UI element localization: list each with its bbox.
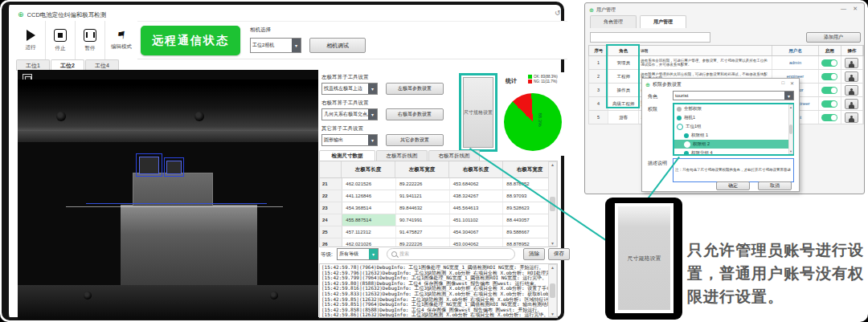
- save-button[interactable]: 保存: [548, 248, 570, 260]
- user-detail-button[interactable]: [845, 58, 858, 68]
- minimize-icon[interactable]: —: [841, 6, 846, 11]
- table-cell: 457.112312: [342, 226, 396, 238]
- tool-setting-dropdown[interactable]: 几何关系右极耳交点及夹角 ▾: [321, 108, 378, 120]
- ok-button[interactable]: 确定: [716, 181, 750, 190]
- edit-mode-button[interactable]: ⚑ 编辑模式: [105, 21, 137, 59]
- enable-toggle[interactable]: [821, 87, 837, 94]
- run-button[interactable]: 运行: [16, 21, 46, 59]
- role-dropdown[interactable]: tourist ▾: [673, 91, 794, 100]
- table-row[interactable]: 23454.36851489.844632445.56461389.528623: [320, 202, 557, 214]
- row-number: 26: [320, 238, 342, 247]
- table-cell: 438.324267: [450, 190, 504, 202]
- user-tabs: 角色管理用户管理: [590, 15, 686, 28]
- size-spec-button[interactable]: 尺寸规格设置: [463, 77, 493, 148]
- cancel-button[interactable]: 取消: [758, 181, 792, 190]
- data-tab[interactable]: 检测尺寸数据: [319, 150, 375, 161]
- bolt-circle: [270, 291, 278, 300]
- tool-setting-dropdown[interactable]: 圆形输出 ▾: [321, 134, 378, 146]
- add-user-button[interactable]: 添加用户: [806, 32, 861, 43]
- scroll-thumb[interactable]: [550, 283, 555, 298]
- user-search-input[interactable]: [590, 32, 710, 43]
- table-row[interactable]: 22441.12684691.941121438.32426788.97093: [320, 190, 557, 202]
- perm-item[interactable]: 权限组 2: [674, 140, 792, 149]
- log-search-input[interactable]: 搜索: [387, 248, 515, 260]
- tool-setting-param-button[interactable]: 左极耳参数设置: [386, 83, 444, 95]
- enable-toggle[interactable]: [821, 59, 837, 67]
- enable-toggle[interactable]: [821, 100, 837, 108]
- pause-button[interactable]: 暂停: [76, 21, 105, 59]
- data-tab[interactable]: 右极耳折线图: [428, 150, 480, 161]
- log-scrollbar[interactable]: ▲ ▼: [548, 264, 557, 317]
- refresh-icon[interactable]: ↺: [555, 9, 561, 17]
- close-icon[interactable]: ✕: [853, 6, 858, 12]
- right-tab-roi-box: [164, 157, 184, 177]
- legend-swatch: [528, 79, 532, 84]
- stop-button[interactable]: 停止: [46, 21, 76, 59]
- user-detail-button[interactable]: [845, 99, 858, 109]
- perm-item[interactable]: 工位1组: [674, 122, 792, 131]
- tool-setting-dropdown[interactable]: 找直线左极耳上边 ▾: [321, 83, 378, 95]
- perm-item[interactable]: 全部权限: [674, 104, 792, 113]
- user-window-title: 用户管理: [596, 6, 616, 14]
- table-row[interactable]: 25457.11231291.475827454.30406789.588667: [320, 226, 557, 238]
- scroll-down-icon[interactable]: ▼: [789, 149, 792, 153]
- clear-button[interactable]: 清除: [523, 248, 545, 260]
- remote-comm-status-button[interactable]: 远程通信状态: [141, 26, 240, 55]
- row-number: 22: [320, 190, 342, 202]
- tool-setting-label: 左极耳算子工具设置: [321, 74, 418, 81]
- user-window-titlebar: ⊕ 用户管理: [589, 6, 616, 14]
- table-cell: 89.222226: [396, 238, 450, 247]
- level-label: 等级:: [321, 251, 333, 259]
- scroll-up-icon[interactable]: ▲: [789, 105, 792, 109]
- radio-icon: [677, 107, 682, 112]
- user-detail-button[interactable]: [845, 85, 858, 96]
- station-tab[interactable]: 工位4: [85, 59, 119, 71]
- perm-item-label: 权限组 1: [691, 132, 708, 138]
- chevron-down-icon: ▾: [292, 39, 301, 52]
- desc-textarea[interactable]: 注：只有勾选了尺寸规格设置权限的角色，才能打开尺寸规格设置界面进行修改；普通用户…: [673, 158, 794, 182]
- user-detail-button[interactable]: [845, 71, 858, 82]
- scroll-down-icon[interactable]: ▼: [551, 241, 555, 246]
- perm-item[interactable]: 权限组 1: [674, 131, 792, 140]
- table-row[interactable]: 24455.88751490.741991451.10110288.443057: [320, 214, 557, 226]
- user-detail-button[interactable]: [845, 112, 858, 123]
- perm-scrollbar[interactable]: ▲ ▼: [788, 104, 793, 154]
- data-tab[interactable]: 左极耳折线图: [376, 150, 428, 161]
- user-tab[interactable]: 角色管理: [590, 15, 637, 28]
- station-tab[interactable]: 工位2: [51, 59, 84, 71]
- scroll-up-icon[interactable]: ▲: [551, 265, 555, 270]
- maximize-icon[interactable]: □: [781, 80, 784, 85]
- perm-list[interactable]: 全部权限 相机1 工位1组 权限组 1 权限组 2 权限分组 4: [673, 103, 794, 156]
- add-user-label: 添加用户: [824, 34, 843, 41]
- scroll-down-icon[interactable]: ▼: [551, 312, 555, 316]
- perm-item[interactable]: 权限分组 4: [674, 149, 792, 156]
- search-placeholder: 搜索: [399, 251, 409, 258]
- station-tab[interactable]: 工位1: [16, 59, 50, 71]
- measure-table-body: 21462.02152689.222226453.68406288.878952…: [320, 178, 557, 247]
- perm-item[interactable]: 相机1: [674, 113, 792, 122]
- table-cell: 89.222226: [396, 178, 450, 190]
- tool-setting-param-button[interactable]: 右极耳参数设置: [386, 108, 444, 120]
- log-area[interactable]: [15:42:59.78](7964)DebugInfo: 工位1图像处理_NG…: [319, 263, 558, 318]
- tool-setting-value: 圆形输出: [322, 135, 368, 145]
- enable-toggle[interactable]: [821, 114, 837, 121]
- table-cell: 455.887514: [342, 214, 396, 226]
- radio-icon: [677, 124, 683, 130]
- level-dropdown[interactable]: 所有等级 ▾: [337, 248, 379, 260]
- radio-icon: [677, 116, 682, 120]
- perm-item-label: 权限分组 4: [691, 150, 713, 156]
- tool-setting-param-button[interactable]: 其它参数设置: [386, 134, 444, 146]
- desc-label: 描述说明: [648, 160, 667, 167]
- camera-select-dropdown[interactable]: 工位2相机 ▾: [250, 38, 301, 53]
- table-row[interactable]: 26462.02102689.222226453.00406288.878952: [320, 238, 557, 247]
- scroll-thumb[interactable]: [789, 124, 792, 134]
- user-tab[interactable]: 用户管理: [640, 15, 686, 28]
- camera-debug-button[interactable]: 相机调试: [309, 38, 366, 53]
- enable-toggle[interactable]: [821, 73, 837, 80]
- pie-inner-label: 88.3%: [538, 112, 542, 126]
- camera-debug-label: 相机调试: [326, 42, 349, 50]
- chevron-down-icon: ▾: [369, 249, 378, 259]
- close-icon[interactable]: ✕: [790, 80, 794, 86]
- scroll-up-icon[interactable]: ▲: [551, 162, 555, 167]
- user-op: [841, 111, 863, 124]
